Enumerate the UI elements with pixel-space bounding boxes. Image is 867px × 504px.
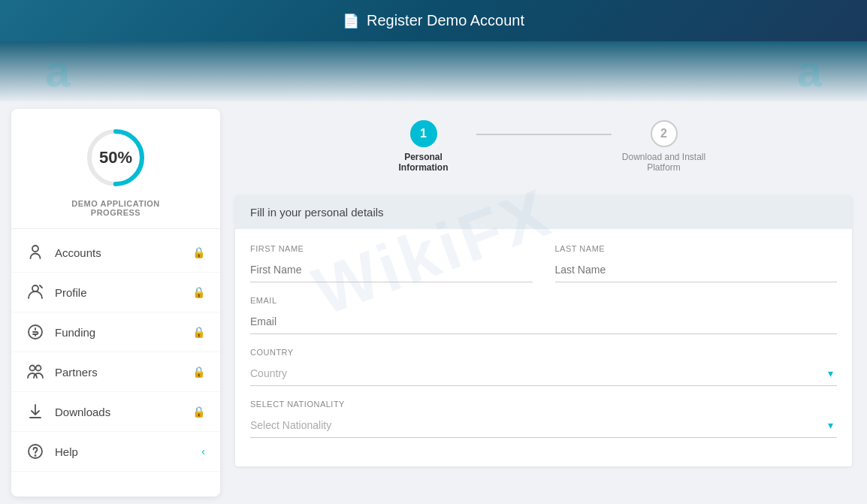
accounts-icon xyxy=(26,243,44,261)
form-body: FIRST NAME LAST NAME EMAIL xyxy=(235,229,852,466)
first-name-group: FIRST NAME xyxy=(250,244,533,282)
progress-label: DEMO APPLICATIONPROGRESS xyxy=(71,199,159,217)
svg-point-6 xyxy=(30,366,35,371)
form-section-title: Fill in your personal details xyxy=(235,195,852,229)
nationality-row: SELECT NATIONALITY Select Nationality ▾ xyxy=(250,400,837,438)
page-title: Register Demo Account xyxy=(367,12,524,29)
last-name-input[interactable] xyxy=(555,258,838,282)
nationality-group: SELECT NATIONALITY Select Nationality ▾ xyxy=(250,400,837,438)
help-chevron-icon: ‹ xyxy=(201,445,205,457)
first-name-label: FIRST NAME xyxy=(250,244,533,253)
svg-point-2 xyxy=(32,246,38,252)
document-icon: 📄 xyxy=(343,13,359,29)
profile-icon xyxy=(26,283,44,301)
sidebar-item-downloads[interactable]: Downloads 🔒 xyxy=(11,392,220,432)
nationality-label: SELECT NATIONALITY xyxy=(250,400,837,409)
step-1-circle: 1 xyxy=(410,120,437,147)
sidebar-item-accounts[interactable]: Accounts 🔒 xyxy=(11,233,220,273)
bg-deco-right: a xyxy=(797,45,822,97)
svg-line-4 xyxy=(40,285,42,288)
step-2-label: Download and Install Platform xyxy=(619,152,709,173)
country-group: COUNTRY Country ▾ xyxy=(250,348,837,386)
partners-lock-icon: 🔒 xyxy=(192,366,205,378)
nationality-select[interactable]: Select Nationality xyxy=(250,413,837,437)
sidebar-item-help[interactable]: Help ‹ xyxy=(11,432,220,472)
steps-container: 1 Personal Information 2 Download and In… xyxy=(235,113,852,180)
page-header: 📄 Register Demo Account xyxy=(0,0,867,41)
svg-point-3 xyxy=(32,285,38,291)
downloads-icon xyxy=(26,403,44,421)
profile-label: Profile xyxy=(55,286,192,299)
sidebar-item-partners[interactable]: Partners 🔒 xyxy=(11,352,220,392)
country-row: COUNTRY Country ▾ xyxy=(250,348,837,386)
partners-label: Partners xyxy=(55,366,192,379)
email-group: EMAIL xyxy=(250,296,837,334)
progress-percentage: 50% xyxy=(99,148,132,167)
help-label: Help xyxy=(55,445,201,458)
svg-point-9 xyxy=(35,455,36,456)
first-name-input[interactable] xyxy=(250,258,533,282)
email-input[interactable] xyxy=(250,309,837,334)
help-icon xyxy=(26,442,44,460)
step-1-label: Personal Information xyxy=(379,152,469,173)
country-label: COUNTRY xyxy=(250,348,837,357)
svg-point-7 xyxy=(36,366,41,371)
progress-section: 50% DEMO APPLICATIONPROGRESS xyxy=(11,109,220,229)
content-area: 1 Personal Information 2 Download and In… xyxy=(220,101,867,504)
last-name-label: LAST NAME xyxy=(555,244,838,253)
downloads-lock-icon: 🔒 xyxy=(192,406,205,418)
sidebar-item-funding[interactable]: Funding 🔒 xyxy=(11,312,220,352)
funding-label: Funding xyxy=(55,326,192,339)
bg-deco-left: a xyxy=(45,45,70,97)
accounts-label: Accounts xyxy=(55,246,192,259)
step-2: 2 Download and Install Platform xyxy=(619,120,709,173)
sidebar-nav: Accounts 🔒 Profile 🔒 Funding xyxy=(11,229,220,472)
sidebar-item-profile[interactable]: Profile 🔒 xyxy=(11,273,220,312)
email-label: EMAIL xyxy=(250,296,837,305)
step-1: 1 Personal Information xyxy=(379,120,469,173)
country-select-wrapper: Country ▾ xyxy=(250,361,837,386)
email-row: EMAIL xyxy=(250,296,837,334)
nationality-select-wrapper: Select Nationality ▾ xyxy=(250,413,837,438)
last-name-group: LAST NAME xyxy=(555,244,838,282)
partners-icon xyxy=(26,363,44,381)
country-select[interactable]: Country xyxy=(250,361,837,385)
downloads-label: Downloads xyxy=(55,406,192,418)
main-layout: 50% DEMO APPLICATIONPROGRESS Accounts 🔒 xyxy=(0,101,867,504)
bg-area: a a xyxy=(0,41,867,101)
progress-circle: 50% xyxy=(82,124,150,192)
funding-lock-icon: 🔒 xyxy=(192,326,205,338)
form-section: Fill in your personal details FIRST NAME… xyxy=(235,195,852,466)
name-row: FIRST NAME LAST NAME xyxy=(250,244,837,282)
funding-icon xyxy=(26,323,44,341)
step-connector xyxy=(476,134,612,135)
profile-lock-icon: 🔒 xyxy=(192,286,205,298)
step-2-circle: 2 xyxy=(651,120,678,147)
sidebar: 50% DEMO APPLICATIONPROGRESS Accounts 🔒 xyxy=(11,109,220,496)
accounts-lock-icon: 🔒 xyxy=(192,246,205,258)
